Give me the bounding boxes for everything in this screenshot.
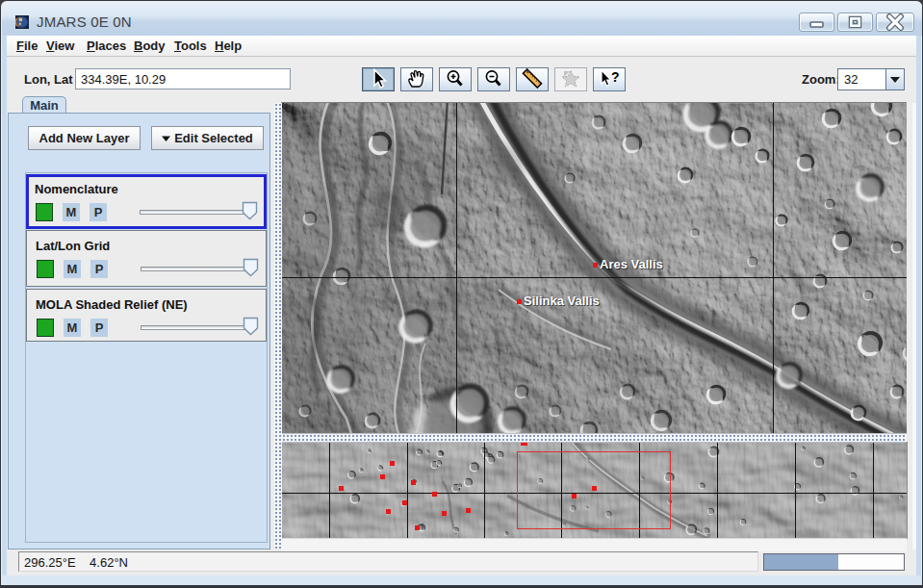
- svg-text:?: ?: [611, 69, 620, 85]
